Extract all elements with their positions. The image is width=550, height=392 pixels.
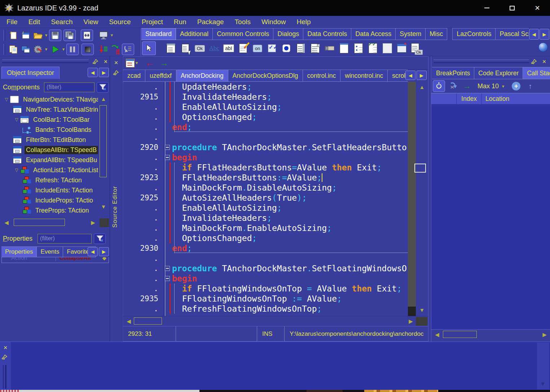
dock-pin-icon[interactable] bbox=[91, 57, 100, 66]
tradiogroup-icon[interactable] bbox=[351, 41, 366, 55]
code-line[interactable]: 2930 end; bbox=[123, 243, 408, 253]
line-number[interactable]: 2920 bbox=[123, 142, 162, 152]
gutter-mark-column[interactable] bbox=[162, 142, 172, 152]
component-tree-row[interactable]: ▽ ActionList1: TActionList bbox=[0, 165, 98, 175]
code-fold-icon[interactable] bbox=[165, 155, 170, 160]
callstack-list[interactable] bbox=[431, 104, 550, 329]
debug-tab[interactable]: BreakPoints bbox=[432, 67, 474, 79]
line-number[interactable]: 2935 bbox=[123, 294, 162, 304]
gutter-mark-column[interactable] bbox=[162, 152, 172, 162]
show-form-button[interactable] bbox=[97, 30, 110, 41]
tbuttonpanel-icon[interactable]: Ok bbox=[409, 41, 423, 55]
line-number[interactable]: . bbox=[123, 203, 162, 213]
menu-item[interactable]: File bbox=[2, 17, 22, 27]
tbutton-icon[interactable]: Ok bbox=[193, 41, 207, 55]
gutter-mark-column[interactable] bbox=[162, 162, 172, 173]
step-over-button[interactable] bbox=[110, 44, 122, 55]
dock-close-icon[interactable]: × bbox=[540, 57, 549, 66]
line-number[interactable]: . bbox=[123, 82, 162, 92]
gutter-mark-column[interactable] bbox=[162, 203, 172, 213]
menu-item[interactable]: Search bbox=[47, 17, 77, 27]
gutter-mark-column[interactable] bbox=[162, 112, 172, 122]
code-line[interactable]: . EnableAllAutoSizing; bbox=[123, 102, 408, 112]
selection-tool-button[interactable] bbox=[142, 41, 156, 55]
line-number[interactable]: 2923 bbox=[123, 173, 162, 183]
scroll-thumb[interactable] bbox=[100, 105, 107, 177]
component-tree-row[interactable]: ▽ NavTree: TLazVirtualStrin bbox=[0, 104, 98, 115]
gutter-mark-column[interactable] bbox=[162, 284, 172, 294]
code-line[interactable]: 2915 InvalidateHeaders; bbox=[123, 92, 408, 102]
debug-tab[interactable]: Call Stack bbox=[523, 67, 550, 79]
scroll-right-icon[interactable]: ▶ bbox=[89, 219, 97, 226]
scroll-down-icon[interactable]: ▼ bbox=[417, 307, 427, 313]
code-line[interactable]: . if FFloatingWindowsOnTop = AValue then… bbox=[123, 284, 408, 294]
palette-tab[interactable]: Additional bbox=[176, 28, 213, 40]
property-grid-clipped[interactable]: Action CollapseAll ◆ bbox=[1, 257, 109, 263]
code-line[interactable]: . EnableAllAutoSizing; bbox=[123, 203, 408, 213]
tree-expander-icon[interactable]: ▽ bbox=[13, 117, 20, 122]
dock-pin-icon[interactable] bbox=[529, 57, 539, 66]
toggle-form-unit-button[interactable] bbox=[81, 30, 93, 41]
object-inspector-title[interactable]: Object Inspector bbox=[1, 67, 60, 79]
code-line[interactable]: . bbox=[123, 253, 408, 263]
oi-next-icon[interactable]: ▶ bbox=[99, 68, 109, 77]
unit-selector-dropdown-icon[interactable]: ▾ bbox=[135, 60, 139, 66]
maximize-button[interactable] bbox=[500, 0, 525, 16]
component-tree-row[interactable]: ▽ Bands: TCoolBands bbox=[0, 125, 98, 135]
line-number[interactable]: . bbox=[123, 253, 162, 263]
gutter-mark-column[interactable] bbox=[162, 173, 172, 183]
proptab-next-icon[interactable]: ▶ bbox=[99, 247, 109, 256]
component-tree-row[interactable]: ▽ FilterBtn: TEditButton bbox=[0, 135, 98, 145]
code-line[interactable]: . InvalidateHeaders; bbox=[123, 213, 408, 223]
editor-vertical-scrollbar[interactable]: ▲ ▼ bbox=[416, 82, 428, 316]
tradiobutton-icon[interactable] bbox=[279, 41, 294, 55]
power-button[interactable] bbox=[433, 80, 445, 92]
menu-item[interactable]: Project bbox=[137, 17, 167, 27]
editor-tab[interactable]: AnchorDockOptionsDlg bbox=[228, 70, 303, 82]
scroll-up-icon[interactable]: ▲ bbox=[417, 84, 427, 90]
palette-tab[interactable]: Dialogs bbox=[273, 28, 303, 40]
tab-scroll-right-icon[interactable]: ▶ bbox=[417, 71, 427, 80]
code-fold-icon[interactable] bbox=[165, 266, 170, 271]
dock-grip[interactable] bbox=[434, 59, 529, 63]
line-number[interactable]: . bbox=[123, 112, 162, 122]
goto-frame-icon[interactable] bbox=[450, 82, 458, 91]
editor-tab[interactable]: zcad bbox=[123, 70, 145, 82]
palette-tab[interactable]: System bbox=[396, 28, 426, 40]
line-number[interactable]: . bbox=[123, 304, 162, 314]
palette-tab[interactable]: Common Controls bbox=[213, 28, 273, 40]
new-form-button[interactable] bbox=[19, 30, 32, 41]
source-editor-strip-label[interactable]: Source Editor bbox=[111, 186, 121, 228]
scroll-right-icon[interactable]: ▶ bbox=[541, 331, 548, 338]
code-line[interactable]: . bbox=[123, 132, 408, 142]
line-number[interactable]: . bbox=[123, 263, 162, 273]
tmemo-icon[interactable] bbox=[236, 41, 250, 55]
editor-tab[interactable]: wincontrol.inc bbox=[340, 70, 388, 82]
gutter-mark-column[interactable] bbox=[162, 294, 172, 304]
tscrollbar-icon[interactable] bbox=[322, 41, 337, 55]
tree-vertical-scrollbar[interactable]: ▲ ▼ bbox=[98, 95, 109, 216]
tcheckbox-icon[interactable]: ✓✓ bbox=[265, 41, 279, 55]
line-number[interactable]: . bbox=[123, 284, 162, 294]
strip-pin-icon[interactable] bbox=[111, 68, 121, 77]
menu-item[interactable]: Help bbox=[292, 17, 315, 27]
more-frames-button[interactable]: + bbox=[512, 82, 520, 90]
stop-button[interactable] bbox=[82, 44, 94, 55]
view-units-button[interactable] bbox=[7, 44, 19, 55]
configure-build-button[interactable] bbox=[32, 44, 44, 55]
scroll-thumb[interactable] bbox=[134, 317, 162, 325]
tcheckgroup-icon[interactable]: ✓✓ bbox=[366, 41, 380, 55]
gutter-mark-column[interactable] bbox=[162, 193, 172, 203]
editor-tab[interactable]: uzeffdxf bbox=[145, 70, 176, 82]
line-number[interactable]: . bbox=[123, 162, 162, 173]
gutter-mark-column[interactable] bbox=[162, 92, 172, 102]
jump-back-icon[interactable]: ← bbox=[145, 59, 154, 67]
tedit-icon[interactable]: abI bbox=[221, 41, 236, 55]
tab-scroll-left-icon[interactable]: ◀ bbox=[405, 71, 415, 80]
run-dropdown-icon[interactable]: ▾ bbox=[61, 46, 66, 52]
gutter-mark-column[interactable] bbox=[162, 132, 172, 142]
menu-item[interactable]: Run bbox=[170, 17, 191, 27]
menu-item[interactable]: Package bbox=[193, 17, 228, 27]
callstack-horizontal-scrollbar[interactable]: ◀ ▶ bbox=[431, 329, 550, 339]
run-to-cursor-button[interactable] bbox=[122, 44, 134, 55]
